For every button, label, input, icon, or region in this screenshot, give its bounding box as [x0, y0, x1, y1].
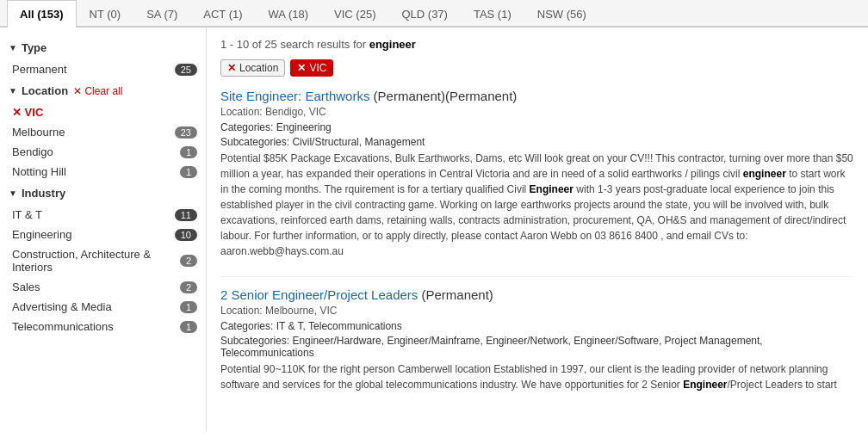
- sidebar: ▼ Type Permanent 25 ▼ Location ✕ Clear a…: [0, 28, 207, 431]
- filter-sales[interactable]: Sales 2: [0, 277, 206, 297]
- bendigo-count: 1: [180, 146, 197, 158]
- job-location-1: Location: Bendigo, VIC: [220, 106, 854, 118]
- job-subcategories-1: Subcategories: Civil/Structural, Managem…: [220, 136, 854, 148]
- tab-qld[interactable]: QLD (37): [388, 0, 460, 28]
- filter-permanent[interactable]: Permanent 25: [0, 59, 206, 79]
- location-arrow-icon: ▼: [9, 86, 17, 96]
- location-tag-label: Location: [239, 62, 278, 74]
- location-label: Location: [22, 84, 68, 97]
- filter-bendigo[interactable]: Bendigo 1: [0, 142, 206, 162]
- engineering-count: 10: [175, 229, 197, 241]
- tab-all[interactable]: All (153): [7, 0, 77, 28]
- it-t-label: IT & T: [12, 208, 175, 221]
- location-filter-tag[interactable]: ✕ Location: [220, 59, 285, 77]
- notting-hill-label: Notting Hill: [12, 165, 180, 178]
- job-link-1[interactable]: Site Engineer: Earthworks: [220, 89, 369, 103]
- sales-label: Sales: [12, 281, 180, 293]
- tab-act[interactable]: ACT (1): [190, 0, 255, 28]
- vic-tag-label: VIC: [309, 62, 326, 74]
- job-location-2: Location: Melbourne, VIC: [220, 305, 854, 317]
- engineering-label: Engineering: [12, 228, 175, 241]
- tab-tas[interactable]: TAS (1): [461, 0, 524, 28]
- bendigo-label: Bendigo: [12, 145, 180, 158]
- job-categories-2: Categories: IT & T, Telecommunications: [220, 320, 854, 332]
- job-title-text-2: 2 Senior Engineer/Project Leaders: [220, 287, 418, 302]
- type-label: Type: [22, 41, 46, 54]
- filter-notting-hill[interactable]: Notting Hill 1: [0, 162, 206, 182]
- clear-all-link[interactable]: ✕ Clear all: [73, 85, 122, 97]
- permanent-count: 25: [175, 64, 197, 76]
- telecommunications-count: 1: [180, 321, 197, 333]
- results-keyword: engineer: [369, 38, 416, 51]
- type-arrow-icon: ▼: [9, 43, 17, 52]
- main-layout: ▼ Type Permanent 25 ▼ Location ✕ Clear a…: [0, 28, 868, 431]
- job-description-2: Potential 90~110K for the right person C…: [220, 361, 854, 392]
- filter-it-t[interactable]: IT & T 11: [0, 205, 206, 225]
- melbourne-count: 23: [175, 126, 197, 139]
- notting-hill-count: 1: [180, 166, 197, 178]
- construction-label: Construction, Architecture & Interiors: [12, 248, 180, 274]
- job-description-1: Potential $85K Package Excavations, Bulk…: [220, 151, 854, 259]
- melbourne-label: Melbourne: [12, 126, 175, 139]
- industry-section-header[interactable]: ▼ Industry: [0, 182, 206, 205]
- filter-vic-active[interactable]: ✕ VIC: [0, 102, 206, 122]
- results-text: 1 - 10 of 25 search results for: [220, 38, 369, 51]
- advertising-media-label: Advertising & Media: [12, 300, 180, 313]
- telecommunications-label: Telecommunications: [12, 320, 180, 333]
- tab-nt[interactable]: NT (0): [77, 0, 134, 28]
- job-link-2[interactable]: 2 Senior Engineer/Project Leaders: [220, 287, 418, 302]
- job-title-text-1: Site Engineer: Earthworks: [220, 89, 369, 103]
- location-tag-remove-icon: ✕: [227, 62, 236, 74]
- vic-tag-remove-icon: ✕: [297, 62, 306, 74]
- filter-construction[interactable]: Construction, Architecture & Interiors 2: [0, 244, 206, 277]
- job-listing-1: Site Engineer: Earthworks (Permanent)(Pe…: [220, 89, 854, 259]
- sales-count: 2: [180, 281, 197, 293]
- job-divider: [220, 276, 854, 277]
- job-categories-1: Categories: Engineering: [220, 121, 854, 133]
- tab-vic[interactable]: VIC (25): [321, 0, 388, 28]
- advertising-media-count: 1: [180, 301, 197, 313]
- job-listing-2: 2 Senior Engineer/Project Leaders (Perma…: [220, 287, 854, 392]
- filter-engineering[interactable]: Engineering 10: [0, 225, 206, 244]
- filter-melbourne[interactable]: Melbourne 23: [0, 122, 206, 142]
- results-summary: 1 - 10 of 25 search results for engineer: [220, 38, 854, 51]
- location-section-header[interactable]: ▼ Location ✕ Clear all: [0, 79, 206, 102]
- job-suffix-2: (Permanent): [421, 287, 493, 302]
- job-subcategories-2: Subcategories: Engineer/Hardware, Engine…: [220, 335, 854, 359]
- vic-filter-tag[interactable]: ✕ VIC: [290, 59, 333, 77]
- job-title-2: 2 Senior Engineer/Project Leaders (Perma…: [220, 287, 854, 302]
- content-area: 1 - 10 of 25 search results for engineer…: [207, 28, 868, 431]
- job-title-1: Site Engineer: Earthworks (Permanent)(Pe…: [220, 89, 854, 103]
- job-suffix-1: (Permanent): [374, 89, 445, 103]
- type-section-header[interactable]: ▼ Type: [0, 36, 206, 59]
- filter-tags: ✕ Location ✕ VIC: [220, 59, 854, 77]
- filter-advertising-media[interactable]: Advertising & Media 1: [0, 297, 206, 317]
- tab-wa[interactable]: WA (18): [256, 0, 321, 28]
- tab-nsw[interactable]: NSW (56): [524, 0, 599, 28]
- permanent-label: Permanent: [12, 63, 175, 76]
- industry-arrow-icon: ▼: [9, 188, 17, 198]
- tab-sa[interactable]: SA (7): [133, 0, 190, 28]
- tab-bar: All (153) NT (0) SA (7) ACT (1) WA (18) …: [0, 0, 868, 28]
- industry-label: Industry: [22, 187, 65, 200]
- it-t-count: 11: [175, 209, 197, 221]
- filter-telecommunications[interactable]: Telecommunications 1: [0, 317, 206, 336]
- construction-count: 2: [180, 255, 197, 267]
